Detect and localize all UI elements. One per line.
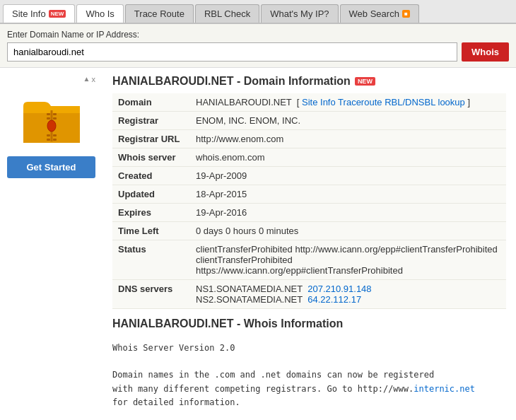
svg-rect-13 [53, 139, 57, 141]
tab-trace-route[interactable]: Trace Route [125, 4, 194, 23]
domain-info-new-badge: NEW [355, 77, 375, 86]
field-label: Status [112, 240, 190, 280]
whois-info-title: HANIALBAROUDI.NET - Whois Information [112, 317, 506, 330]
tab-whats-my-ip[interactable]: What's My IP? [261, 4, 338, 23]
field-label: Created [112, 167, 190, 185]
tab-rbl-check-label: RBL Check [204, 8, 250, 19]
domain-info-title: HANIALBAROUDI.NET - Domain Information N… [112, 75, 506, 88]
site-info-link[interactable]: Site Info [302, 97, 336, 107]
domain-info-title-text: HANIALBAROUDI.NET - Domain Information [112, 75, 351, 88]
svg-rect-9 [53, 117, 57, 119]
web-search-badge: ■ [402, 10, 410, 18]
field-label: Whois server [112, 148, 190, 167]
tab-site-info-label: Site Info [12, 8, 46, 19]
field-label: Registrar URL [112, 130, 190, 148]
ad-triangle-icon: ▲ [83, 75, 90, 83]
table-row: Status clientTransferProhibited http://w… [112, 240, 506, 280]
tab-who-is[interactable]: Who Is [76, 4, 123, 23]
search-bar: Enter Domain Name or IP Address: Whois [0, 24, 516, 68]
svg-rect-11 [53, 134, 57, 136]
get-started-button[interactable]: Get Started [7, 156, 95, 178]
search-label: Enter Domain Name or IP Address: [7, 30, 509, 40]
field-value: http://www.enom.com [190, 130, 506, 148]
tab-web-search-label: Web Search [349, 8, 399, 19]
field-value: HANIALBAROUDI.NET [ Site Info Traceroute… [190, 93, 506, 112]
whois-button[interactable]: Whois [462, 42, 509, 62]
ad-sidebar: ▲ x [0, 68, 102, 420]
site-info-badge: NEW [49, 10, 66, 18]
field-value: 19-Apr-2016 [190, 204, 506, 222]
whois-info-section: Whois Server Version 2.0 Domain names in… [112, 337, 506, 414]
ad-folder-image [7, 91, 95, 149]
folder-svg [20, 91, 83, 147]
field-value: whois.enom.com [190, 148, 506, 167]
field-label: Expires [112, 204, 190, 222]
field-label: Registrar [112, 112, 190, 130]
field-value: clientTransferProhibited http://www.ican… [190, 240, 506, 280]
table-row: Expires 19-Apr-2016 [112, 204, 506, 222]
whois-info-title-text: HANIALBAROUDI.NET - Whois Information [112, 317, 343, 330]
field-value: 18-Apr-2015 [190, 185, 506, 204]
field-label: DNS servers [112, 280, 190, 309]
search-input[interactable] [7, 42, 457, 62]
content-area: HANIALBAROUDI.NET - Domain Information N… [102, 68, 516, 420]
dns1-link[interactable]: 207.210.91.148 [307, 284, 371, 294]
tab-trace-route-label: Trace Route [134, 8, 184, 19]
field-value: ENOM, INC. ENOM, INC. [190, 112, 506, 130]
domain-info-table: Domain HANIALBAROUDI.NET [ Site Info Tra… [112, 93, 506, 309]
tab-web-search[interactable]: Web Search ■ [340, 4, 419, 23]
whois-content: Whois Server Version 2.0 Domain names in… [112, 337, 506, 414]
table-row: Registrar URL http://www.enom.com [112, 130, 506, 148]
table-row: Registrar ENOM, INC. ENOM, INC. [112, 112, 506, 130]
table-row: DNS servers NS1.SONATAMEDIA.NET 207.210.… [112, 280, 506, 309]
table-row: Created 19-Apr-2009 [112, 167, 506, 185]
table-row: Domain HANIALBAROUDI.NET [ Site Info Tra… [112, 93, 506, 112]
svg-rect-7 [53, 113, 57, 115]
tab-who-is-label: Who Is [86, 8, 114, 19]
tab-bar: Site Info NEW Who Is Trace Route RBL Che… [0, 0, 516, 24]
field-value: 0 days 0 hours 0 minutes [190, 222, 506, 240]
svg-rect-12 [47, 139, 50, 141]
field-label: Domain [112, 93, 190, 112]
svg-rect-8 [47, 117, 50, 119]
ad-close-icon[interactable]: x [92, 75, 96, 83]
svg-rect-10 [47, 134, 50, 136]
table-row: Time Left 0 days 0 hours 0 minutes [112, 222, 506, 240]
field-value: NS1.SONATAMEDIA.NET 207.210.91.148 NS2.S… [190, 280, 506, 309]
main-area: ▲ x [0, 68, 516, 420]
table-row: Updated 18-Apr-2015 [112, 185, 506, 204]
rbl-lookup-link[interactable]: RBL/DNSBL lookup [385, 97, 465, 107]
field-label: Updated [112, 185, 190, 204]
traceroute-link[interactable]: Traceroute [338, 97, 382, 107]
svg-rect-6 [47, 113, 50, 115]
tab-site-info[interactable]: Site Info NEW [3, 4, 75, 23]
internic-link[interactable]: internic.net [414, 384, 475, 394]
svg-rect-5 [49, 123, 54, 129]
field-label: Time Left [112, 222, 190, 240]
tab-whats-my-ip-label: What's My IP? [270, 8, 329, 19]
table-row: Whois server whois.enom.com [112, 148, 506, 167]
dns2-link[interactable]: 64.22.112.17 [307, 294, 361, 305]
tab-rbl-check[interactable]: RBL Check [195, 4, 259, 23]
field-value: 19-Apr-2009 [190, 167, 506, 185]
